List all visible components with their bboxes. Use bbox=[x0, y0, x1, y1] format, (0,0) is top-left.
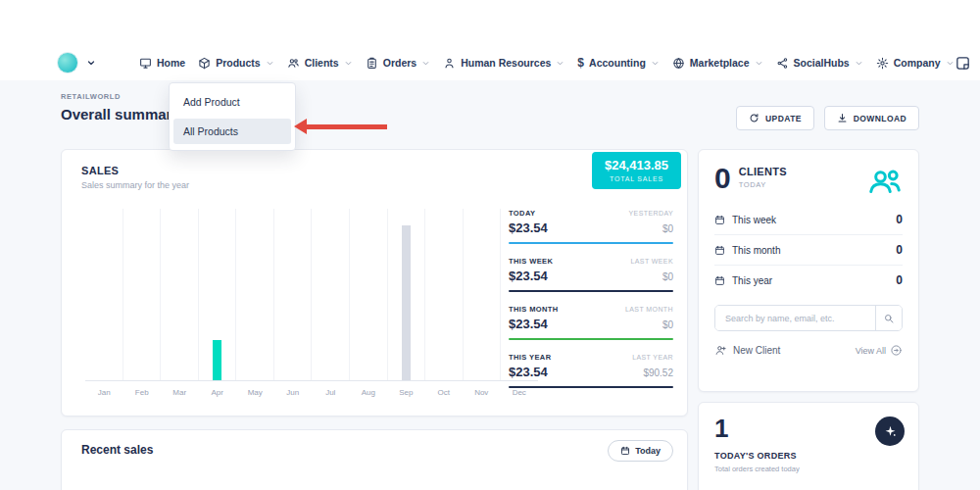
client-search-input[interactable] bbox=[715, 306, 875, 330]
download-button[interactable]: DOWNLOAD bbox=[824, 106, 919, 130]
new-client-row: New Client View All bbox=[714, 344, 903, 357]
nav-label: SocialHubs bbox=[794, 57, 850, 69]
total-sales-label: TOTAL SALES bbox=[605, 175, 668, 182]
header-actions: UPDATE DOWNLOAD bbox=[736, 106, 919, 130]
stat-label: THIS MONTH bbox=[509, 305, 559, 314]
nav-item-socialhubs[interactable]: SocialHubs bbox=[776, 57, 863, 70]
stat-accent-bar bbox=[509, 242, 673, 244]
recent-sales-title: Recent sales bbox=[81, 443, 667, 457]
stat-label: THIS YEAR bbox=[509, 353, 551, 362]
stat-compare-value: $0 bbox=[662, 319, 673, 330]
row-value: 0 bbox=[896, 213, 903, 226]
nav-item-home[interactable]: Home bbox=[139, 57, 185, 70]
download-label: DOWNLOAD bbox=[854, 114, 906, 123]
sales-title: SALES bbox=[81, 165, 667, 176]
stat-compare-value: $0 bbox=[662, 223, 673, 234]
chart-column bbox=[425, 209, 464, 380]
clients-titles: CLIENTS TODAY bbox=[739, 164, 787, 189]
annotation-arrow-head bbox=[294, 119, 307, 134]
client-search-box bbox=[714, 305, 903, 331]
socialhubs-icon bbox=[776, 57, 789, 70]
nav-label: Clients bbox=[305, 57, 339, 69]
chart-column bbox=[199, 209, 237, 380]
annotation-arrow-shaft bbox=[307, 124, 387, 129]
chevron-down-icon bbox=[86, 58, 96, 68]
row-value: 0 bbox=[896, 243, 903, 257]
chart-column bbox=[236, 209, 274, 380]
accounting-icon: $ bbox=[577, 57, 584, 69]
sales-bar-chart: JanFebMarAprMayJunJulAugSepOctNovDec bbox=[85, 209, 538, 397]
orders-card: 1 TODAY'S ORDERS Total orders created to… bbox=[698, 402, 919, 490]
chevron-down-icon bbox=[946, 59, 955, 68]
download-icon bbox=[837, 113, 848, 123]
new-client-button[interactable]: New Client bbox=[714, 344, 780, 357]
today-label: Today bbox=[635, 446, 661, 456]
row-label: This month bbox=[732, 245, 780, 256]
sales-bar-chart-labels: JanFebMarAprMayJunJulAugSepOctNovDec bbox=[85, 381, 538, 397]
chart-column bbox=[312, 209, 350, 380]
new-client-label: New Client bbox=[733, 345, 780, 356]
chart-column bbox=[274, 209, 313, 380]
nav-item-clients[interactable]: Clients bbox=[287, 57, 353, 70]
row-label: This week bbox=[732, 215, 776, 225]
chart-column bbox=[350, 209, 388, 380]
stat-value: $23.54 bbox=[509, 269, 548, 283]
brand-menu[interactable] bbox=[57, 52, 96, 74]
sales-stats: TODAY YESTERDAY $23.54 $0 THIS WEEK LAST… bbox=[509, 209, 673, 401]
row-value: 0 bbox=[896, 273, 903, 287]
clients-icon bbox=[287, 57, 300, 70]
chart-x-label: Feb bbox=[123, 381, 162, 397]
sales-subtitle: Sales summary for the year bbox=[81, 180, 667, 190]
search-icon bbox=[883, 313, 895, 324]
view-all-clients-link[interactable]: View All bbox=[856, 344, 903, 357]
stat-compare-value: $0 bbox=[662, 271, 673, 282]
products-dropdown-menu: Add Product All Products bbox=[169, 82, 296, 151]
chart-x-label: Sep bbox=[387, 381, 425, 397]
orders-subtitle: Total orders created today bbox=[714, 465, 903, 473]
stat-value: $23.54 bbox=[509, 220, 548, 235]
chevron-down-icon bbox=[755, 59, 763, 68]
nav-label: Human Resources bbox=[461, 57, 551, 69]
chevron-down-icon bbox=[651, 59, 660, 68]
update-button[interactable]: UPDATE bbox=[736, 106, 814, 130]
nav-item-products[interactable]: Products bbox=[198, 57, 274, 70]
view-all-label: View All bbox=[856, 346, 886, 356]
nav-item-marketplace[interactable]: Marketplace bbox=[672, 57, 763, 70]
total-sales-badge: $24,413.85 TOTAL SALES bbox=[592, 152, 681, 189]
nav-item-orders[interactable]: Orders bbox=[366, 57, 430, 70]
chart-x-label: Jun bbox=[274, 381, 313, 397]
recent-sales-card: Recent sales Today bbox=[61, 429, 688, 490]
nav-item-human-resources[interactable]: Human Resources bbox=[443, 57, 564, 70]
person-plus-icon bbox=[714, 344, 727, 357]
update-label: UPDATE bbox=[765, 114, 802, 123]
clients-title: CLIENTS bbox=[739, 166, 787, 177]
chart-x-label: Jan bbox=[85, 381, 123, 397]
nav-label: Company bbox=[894, 57, 941, 69]
menu-item-all-products[interactable]: All Products bbox=[173, 119, 291, 144]
nav-label: Home bbox=[157, 57, 185, 69]
stat-label: TODAY bbox=[509, 209, 535, 218]
chevron-down-icon bbox=[556, 59, 564, 68]
chart-x-label: Mar bbox=[161, 381, 199, 397]
stat-compare-label: LAST YEAR bbox=[632, 354, 673, 361]
clients-card-header: 0 CLIENTS TODAY bbox=[714, 164, 903, 199]
note-icon[interactable] bbox=[955, 55, 971, 72]
refresh-icon bbox=[749, 113, 760, 123]
nav-label: Accounting bbox=[589, 57, 646, 69]
stat-accent-bar bbox=[509, 338, 673, 340]
chart-bar bbox=[213, 340, 221, 380]
today-filter-button[interactable]: Today bbox=[608, 440, 673, 462]
stat-compare-value: $90.52 bbox=[643, 368, 673, 378]
menu-item-add-product[interactable]: Add Product bbox=[170, 88, 295, 116]
products-icon bbox=[198, 57, 211, 70]
stat-this-month: THIS MONTH LAST MONTH $23.54 $0 bbox=[509, 305, 673, 340]
chevron-down-icon bbox=[344, 59, 353, 68]
stat-compare-label: LAST WEEK bbox=[630, 258, 673, 265]
page-title: Overall summary bbox=[61, 106, 180, 122]
client-search-button[interactable] bbox=[875, 306, 902, 330]
stat-compare-label: YESTERDAY bbox=[629, 210, 673, 217]
chevron-down-icon bbox=[421, 59, 430, 68]
clients-row-this-month: This month 0 bbox=[714, 235, 903, 266]
nav-item-company[interactable]: Company bbox=[876, 57, 955, 70]
nav-item-accounting[interactable]: $ Accounting bbox=[577, 57, 659, 69]
